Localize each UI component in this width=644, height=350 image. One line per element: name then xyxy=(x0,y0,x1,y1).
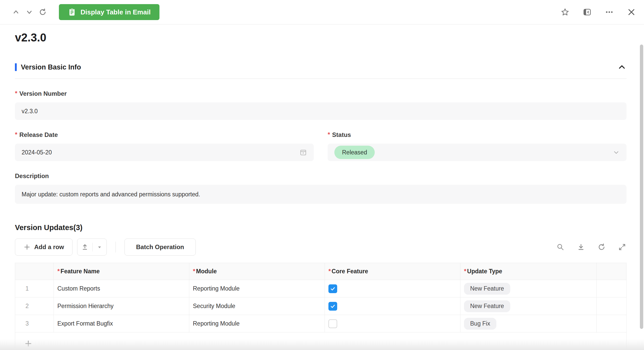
version-updates-table: *Feature Name *Module *Core Feature *Upd… xyxy=(15,263,627,332)
more-actions-button[interactable] xyxy=(605,8,614,16)
record-nav-group xyxy=(12,8,47,16)
close-icon xyxy=(627,8,636,16)
search-button[interactable] xyxy=(556,243,565,251)
required-asterisk: * xyxy=(15,90,17,97)
module-cell[interactable]: Reporting Module xyxy=(189,315,325,332)
feature-name-cell[interactable]: Export Format Bugfix xyxy=(54,315,189,332)
next-record-button[interactable] xyxy=(25,8,34,16)
version-number-field[interactable]: v2.3.0 xyxy=(15,102,627,120)
core-feature-checkbox[interactable] xyxy=(328,284,337,293)
refresh-icon xyxy=(39,8,47,16)
row-number: 1 xyxy=(15,280,54,297)
release-date-label: * Release Date xyxy=(15,131,314,138)
collapse-section-button[interactable] xyxy=(617,63,627,72)
update-type-header[interactable]: *Update Type xyxy=(460,263,597,280)
description-value: Major update: custom reports and advance… xyxy=(22,191,200,198)
module-cell[interactable]: Security Module xyxy=(189,297,325,315)
triangle-down-icon[interactable] xyxy=(96,244,103,250)
update-type-pill: New Feature xyxy=(464,283,510,295)
toolbar-divider xyxy=(115,242,116,252)
core-feature-cell xyxy=(325,315,460,332)
update-type-cell[interactable]: New Feature xyxy=(460,297,597,315)
table-row: 1 Custom Reports Reporting Module New Fe… xyxy=(15,280,627,297)
section-header-basic-info: Version Basic Info xyxy=(15,63,627,72)
core-feature-checkbox[interactable] xyxy=(328,319,337,328)
refresh-grid-button[interactable] xyxy=(597,243,606,251)
update-type-cell[interactable]: Bug Fix xyxy=(460,315,597,332)
update-type-pill: Bug Fix xyxy=(464,318,496,330)
expand-button[interactable] xyxy=(618,243,627,251)
status-select[interactable]: Released xyxy=(328,144,627,161)
module-header[interactable]: *Module xyxy=(189,263,325,280)
import-button[interactable] xyxy=(77,239,107,256)
upload-icon xyxy=(81,243,89,251)
section-divider xyxy=(15,78,627,79)
core-feature-checkbox[interactable] xyxy=(328,302,337,311)
feature-name-cell[interactable]: Permission Hierarchy xyxy=(54,297,189,315)
check-icon xyxy=(330,286,336,292)
chevron-down-icon xyxy=(613,149,620,156)
module-cell[interactable]: Reporting Module xyxy=(189,280,325,297)
extra-cell xyxy=(597,315,627,332)
plus-icon xyxy=(24,340,32,347)
previous-record-button[interactable] xyxy=(12,8,20,16)
updates-section-title: Version Updates(3) xyxy=(15,223,627,232)
add-row-label: Add a row xyxy=(34,243,64,251)
feature-name-header[interactable]: *Feature Name xyxy=(54,263,189,280)
update-type-cell[interactable]: New Feature xyxy=(460,280,597,297)
grid-toolbar-icons xyxy=(556,243,627,251)
extra-column-header xyxy=(597,263,627,280)
close-button[interactable] xyxy=(627,8,636,16)
sidebar-collapse-icon xyxy=(583,7,592,17)
check-icon xyxy=(330,303,336,309)
row-number: 2 xyxy=(15,297,54,315)
search-icon xyxy=(556,243,565,251)
refresh-record-button[interactable] xyxy=(38,8,47,16)
extra-cell xyxy=(597,297,627,315)
add-row-button[interactable]: Add a row xyxy=(15,239,73,256)
core-feature-header[interactable]: *Core Feature xyxy=(325,263,460,280)
required-asterisk: * xyxy=(328,131,330,138)
release-date-column: * Release Date 2024-05-20 xyxy=(15,120,314,161)
top-toolbar: Display Table in Email xyxy=(0,0,644,24)
row-number-header xyxy=(15,263,54,280)
description-field[interactable]: Major update: custom reports and advance… xyxy=(15,185,627,204)
batch-operation-button[interactable]: Batch Operation xyxy=(124,239,196,256)
collapse-sidebar-button[interactable] xyxy=(583,8,592,16)
calendar-icon xyxy=(299,148,307,156)
clipboard-icon xyxy=(68,8,76,16)
table-header-row: *Feature Name *Module *Core Feature *Upd… xyxy=(15,263,627,280)
vertical-scrollbar[interactable] xyxy=(640,45,643,329)
display-table-in-email-button[interactable]: Display Table in Email xyxy=(59,4,159,20)
batch-operation-label: Batch Operation xyxy=(136,243,184,251)
core-feature-cell xyxy=(325,297,460,315)
version-number-label: * Version Number xyxy=(15,90,627,97)
release-date-field[interactable]: 2024-05-20 xyxy=(15,144,314,161)
status-column: * Status Released xyxy=(328,120,627,161)
favorite-button[interactable] xyxy=(561,8,569,16)
version-number-value: v2.3.0 xyxy=(22,108,38,115)
download-button[interactable] xyxy=(577,243,585,251)
refresh-icon xyxy=(597,243,606,251)
chevron-up-icon xyxy=(620,66,624,68)
expand-icon xyxy=(618,243,626,251)
table-row: 3 Export Format Bugfix Reporting Module … xyxy=(15,315,627,332)
required-asterisk: * xyxy=(15,131,17,138)
feature-name-cell[interactable]: Custom Reports xyxy=(54,280,189,297)
updates-toolbar: Add a row Batch Operation xyxy=(15,239,627,256)
ellipsis-icon xyxy=(605,7,614,17)
star-icon xyxy=(561,7,569,17)
status-label: * Status xyxy=(328,131,627,138)
window-controls xyxy=(561,8,636,16)
plus-icon xyxy=(23,243,31,251)
table-row: 2 Permission Hierarchy Security Module N… xyxy=(15,297,627,315)
record-title: v2.3.0 xyxy=(15,31,627,44)
status-pill: Released xyxy=(334,146,375,159)
table-add-row-footer[interactable] xyxy=(15,332,627,350)
row-number: 3 xyxy=(15,315,54,332)
description-label: Description xyxy=(15,172,627,180)
release-date-value: 2024-05-20 xyxy=(22,149,299,156)
section-accent-bar xyxy=(15,63,17,71)
primary-button-label: Display Table in Email xyxy=(80,8,151,16)
download-icon xyxy=(577,243,585,251)
